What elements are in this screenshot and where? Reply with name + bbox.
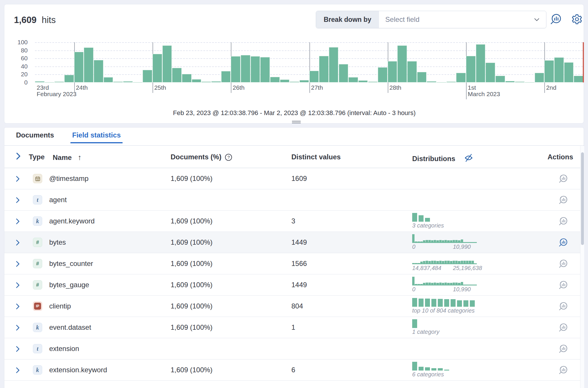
histogram-bar[interactable] <box>231 56 240 82</box>
col-header-documents[interactable]: Documents (%) ? <box>171 153 232 161</box>
histogram-bar[interactable] <box>505 81 515 83</box>
histogram-bar[interactable] <box>388 61 397 82</box>
histogram-bar[interactable] <box>378 67 387 82</box>
histogram-bar[interactable] <box>123 81 133 82</box>
histogram-bar[interactable] <box>329 47 339 82</box>
histogram-bar[interactable] <box>113 82 123 82</box>
histogram-bar[interactable] <box>486 63 495 82</box>
histogram-bar[interactable] <box>339 64 348 83</box>
break-down-field-select[interactable]: Select field <box>379 11 533 28</box>
histogram-bar[interactable] <box>417 72 427 82</box>
histogram-bar[interactable] <box>544 60 554 82</box>
explore-in-lens-button[interactable] <box>557 300 569 314</box>
chevron-down-icon[interactable] <box>533 11 546 28</box>
histogram-bar[interactable] <box>133 82 143 83</box>
sort-ascending-icon[interactable]: ↑ <box>78 153 82 162</box>
explore-in-lens-icon[interactable] <box>557 364 569 376</box>
histogram-bar[interactable] <box>211 81 221 82</box>
histogram-bar[interactable] <box>368 82 378 82</box>
histogram-bar[interactable] <box>162 45 172 82</box>
col-header-type[interactable]: Type <box>29 153 45 161</box>
expand-row-icon[interactable] <box>15 218 21 226</box>
histogram-bar[interactable] <box>358 80 368 82</box>
tab-field-statistics[interactable]: Field statistics <box>72 131 121 139</box>
histogram-bar[interactable] <box>153 54 162 82</box>
explore-in-lens-icon[interactable] <box>557 194 569 206</box>
expand-row-icon[interactable] <box>15 239 21 248</box>
histogram-bar[interactable] <box>260 57 270 82</box>
histogram-bar[interactable] <box>564 62 574 82</box>
expand-row-icon[interactable] <box>15 303 21 311</box>
histogram-bar[interactable] <box>309 71 319 82</box>
expand-row-icon[interactable] <box>15 260 21 269</box>
explore-in-lens-button[interactable] <box>557 258 569 271</box>
histogram-bar[interactable] <box>241 55 250 82</box>
histogram-bar[interactable] <box>221 71 231 82</box>
histogram-bar[interactable] <box>525 82 534 83</box>
explore-in-lens-button[interactable] <box>557 173 569 186</box>
histogram-bar[interactable] <box>574 76 583 83</box>
explore-in-lens-button[interactable] <box>557 194 569 207</box>
help-icon[interactable]: ? <box>225 154 232 161</box>
histogram-bar[interactable] <box>84 47 93 82</box>
histogram-bar[interactable] <box>35 81 45 82</box>
histogram-bar[interactable] <box>319 56 329 82</box>
histogram-bar[interactable] <box>192 79 201 82</box>
explore-in-lens-icon[interactable] <box>557 343 569 355</box>
expand-all-icon[interactable] <box>15 152 22 162</box>
col-header-distinct-values[interactable]: Distinct values <box>291 153 341 161</box>
histogram-bar[interactable] <box>447 82 456 82</box>
histogram-bar[interactable] <box>251 56 260 82</box>
histogram-bar[interactable] <box>554 57 564 82</box>
explore-in-lens-icon[interactable] <box>557 300 569 313</box>
explore-in-lens-icon[interactable] <box>557 258 569 270</box>
expand-row-icon[interactable] <box>15 366 21 375</box>
histogram-bar[interactable] <box>143 70 152 82</box>
histogram-bar[interactable] <box>201 82 211 82</box>
explore-in-lens-button[interactable] <box>557 322 569 335</box>
col-header-name[interactable]: Name ↑ <box>53 153 82 162</box>
histogram-bar[interactable] <box>104 77 113 82</box>
gear-icon[interactable] <box>570 13 584 26</box>
expand-row-icon[interactable] <box>15 281 21 290</box>
explore-in-lens-icon[interactable] <box>557 173 569 185</box>
histogram-bar[interactable] <box>437 82 446 83</box>
scrollbar[interactable] <box>580 146 584 388</box>
scrollbar-thumb[interactable] <box>581 152 584 245</box>
histogram-bar[interactable] <box>74 52 84 82</box>
explore-in-lens-button[interactable] <box>557 279 569 292</box>
explore-in-lens-icon[interactable] <box>557 322 569 334</box>
histogram-bar[interactable] <box>348 77 358 82</box>
histogram-bar[interactable] <box>515 82 525 82</box>
explore-in-lens-button[interactable] <box>557 215 569 229</box>
explore-in-lens-button[interactable] <box>557 343 569 356</box>
explore-in-lens-icon[interactable] <box>557 279 569 291</box>
expand-row-icon[interactable] <box>15 324 21 333</box>
histogram-bar[interactable] <box>280 80 290 82</box>
histogram-bar[interactable] <box>495 76 505 83</box>
histogram-bar[interactable] <box>535 73 544 82</box>
histogram-bar[interactable] <box>476 44 486 82</box>
expand-row-icon[interactable] <box>15 345 21 354</box>
edit-visualization-lens-button[interactable] <box>549 13 563 26</box>
histogram-bar[interactable] <box>54 82 64 82</box>
expand-row-icon[interactable] <box>15 175 21 184</box>
col-header-distributions[interactable]: Distributions <box>412 153 474 165</box>
expand-row-icon[interactable] <box>15 196 21 205</box>
histogram-bar[interactable] <box>427 81 436 82</box>
histogram-bar[interactable] <box>64 75 74 82</box>
histogram-bar[interactable] <box>94 60 103 82</box>
histogram-bar[interactable] <box>466 56 476 82</box>
histogram-bar[interactable] <box>270 77 280 82</box>
explore-in-lens-icon[interactable] <box>557 215 569 227</box>
explore-in-lens-icon[interactable] <box>557 237 569 249</box>
explore-in-lens-button[interactable] <box>557 364 569 378</box>
histogram-bar[interactable] <box>172 68 182 82</box>
hide-distributions-icon[interactable] <box>464 153 474 165</box>
histogram-bar[interactable] <box>45 82 54 83</box>
histogram-bar[interactable] <box>182 74 192 82</box>
tab-documents[interactable]: Documents <box>16 131 54 139</box>
histogram-bar[interactable] <box>290 82 299 82</box>
chart-resize-handle[interactable] <box>292 121 301 124</box>
histogram-bar[interactable] <box>397 45 407 82</box>
